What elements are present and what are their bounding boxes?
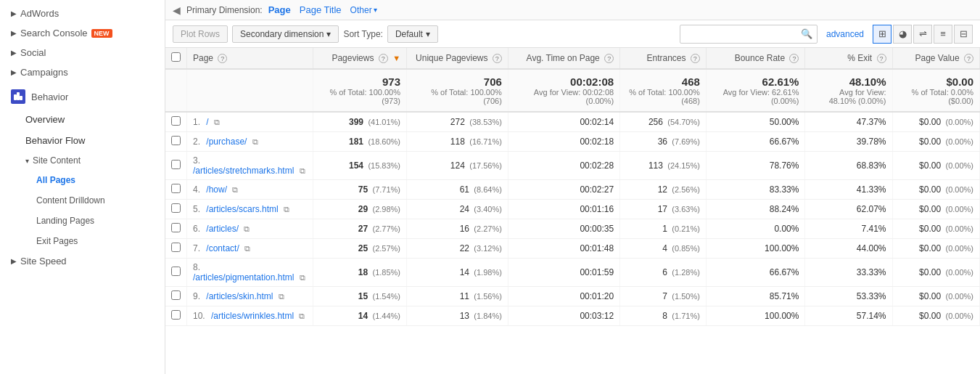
sort-default-button[interactable]: Default ▾ [387, 25, 438, 43]
sidebar-item-search-console[interactable]: ▶ Search Console NEW [0, 23, 165, 43]
view-bar-button[interactable]: ≡ [934, 25, 952, 44]
entrances-help-icon[interactable]: ? [691, 54, 700, 63]
avg-time-help-icon[interactable]: ? [604, 54, 614, 63]
dim-tab-page[interactable]: Page [268, 4, 291, 15]
row-page-value: $0.00 (0.00%) [892, 219, 979, 239]
page-link[interactable]: /contact/ [206, 243, 239, 253]
row-checkbox-cell [165, 132, 187, 152]
collapse-button[interactable]: ◀ [173, 4, 181, 16]
pageviews-help-icon[interactable]: ? [379, 54, 388, 63]
pv-value: 154 [349, 160, 363, 171]
sidebar-item-all-pages[interactable]: All Pages [0, 170, 165, 190]
row-bounce-rate: 78.76% [706, 152, 805, 180]
ent-pct: (0.85%) [672, 244, 700, 253]
dim-tab-other[interactable]: Other ▾ [350, 5, 377, 15]
page-link[interactable]: /purchase/ [206, 137, 247, 147]
ent-pct: (1.50%) [672, 292, 700, 301]
summary-bounce-rate: 62.61% Avg for View: 62.61% (0.00%) [706, 69, 805, 112]
row-checkbox[interactable] [171, 290, 181, 300]
external-link-icon[interactable]: ⧉ [214, 118, 220, 126]
table-row: 7. /contact/ ⧉ 25 (2.57%) 22 (3.12%) 00:… [165, 239, 980, 259]
view-compare-button[interactable]: ⇌ [913, 25, 932, 44]
page-help-icon[interactable]: ? [218, 54, 227, 63]
search-icon[interactable]: 🔍 [801, 28, 812, 39]
row-pageviews: 15 (1.54%) [313, 287, 407, 306]
sidebar-item-campaigns[interactable]: ▶ Campaigns [0, 62, 165, 82]
external-link-icon[interactable]: ⧉ [284, 205, 289, 214]
sidebar-item-adwords[interactable]: ▶ AdWords [0, 4, 165, 23]
sidebar-item-content-drilldown[interactable]: Content Drilldown [0, 190, 165, 211]
external-link-icon[interactable]: ⧉ [300, 273, 305, 282]
summary-pval-sub: % of Total: 0.00% ($0.00) [899, 88, 973, 105]
behavior-svg [13, 92, 23, 102]
row-checkbox[interactable] [171, 203, 181, 213]
th-page: Page ? [187, 48, 313, 69]
pct-exit-help-icon[interactable]: ? [877, 54, 886, 63]
row-checkbox[interactable] [171, 184, 181, 193]
page-link[interactable]: /how/ [206, 184, 227, 195]
ent-pct: (7.69%) [672, 137, 700, 146]
sidebar-item-behavior[interactable]: Behavior [0, 82, 165, 109]
external-link-icon[interactable]: ⧉ [232, 185, 238, 194]
sidebar-item-site-speed[interactable]: ▶ Site Speed [0, 251, 165, 271]
sidebar-item-behavior-flow[interactable]: Behavior Flow [0, 130, 165, 151]
search-input[interactable] [685, 29, 801, 39]
page-link[interactable]: /articles/pigmentation.html [193, 272, 294, 282]
view-pivot-button[interactable]: ⊟ [954, 25, 973, 44]
external-link-icon[interactable]: ⧉ [244, 224, 250, 233]
pageviews-sort-arrow: ▼ [392, 54, 400, 62]
plot-rows-button[interactable]: Plot Rows [173, 25, 228, 43]
sidebar: ▶ AdWords ▶ Search Console NEW ▶ Social … [0, 0, 165, 374]
view-table-button[interactable]: ⊞ [873, 25, 892, 44]
sidebar-item-exit-pages[interactable]: Exit Pages [0, 231, 165, 251]
row-pct-exit: 41.33% [805, 180, 892, 200]
page-link[interactable]: / [206, 117, 208, 127]
summary-pval-value: $0.00 [946, 76, 973, 88]
row-checkbox[interactable] [171, 267, 181, 276]
sidebar-item-social[interactable]: ▶ Social [0, 43, 165, 62]
advanced-link[interactable]: advanced [826, 29, 864, 39]
row-checkbox[interactable] [171, 160, 181, 169]
pv-value: 15 [358, 291, 368, 301]
ent-pct: (24.15%) [667, 161, 700, 170]
secondary-dimension-button[interactable]: Secondary dimension ▾ [232, 25, 339, 43]
row-checkbox[interactable] [171, 223, 181, 232]
page-link[interactable]: /articles/stretchmarks.html [193, 166, 294, 176]
select-all-checkbox[interactable] [171, 52, 181, 62]
bounce-help-icon[interactable]: ? [789, 54, 799, 63]
dim-tab-other-label: Other [350, 5, 372, 15]
page-link[interactable]: /articles/ [206, 224, 239, 234]
page-value-help-icon[interactable]: ? [964, 54, 973, 63]
adwords-label: AdWords [20, 8, 59, 19]
summary-entrances: 468 % of Total: 100.00% (468) [620, 69, 707, 112]
page-link[interactable]: /articles/skin.html [206, 291, 273, 301]
row-checkbox[interactable] [171, 310, 181, 320]
page-link[interactable]: /articles/scars.html [206, 204, 278, 214]
pv-pct: (2.77%) [373, 224, 401, 233]
page-link[interactable]: /articles/wrinkles.html [211, 311, 294, 321]
ent-pct: (0.21%) [672, 224, 700, 233]
pv-pct: (1.85%) [373, 268, 401, 277]
sort-default-label: Default [395, 29, 423, 39]
upv-help-icon[interactable]: ? [493, 54, 502, 63]
pv-pct: (41.01%) [368, 118, 400, 126]
external-link-icon[interactable]: ⧉ [279, 292, 284, 301]
external-link-icon[interactable]: ⧉ [244, 244, 250, 253]
sidebar-item-overview[interactable]: Overview [0, 109, 165, 130]
dim-tab-page-title[interactable]: Page Title [300, 4, 342, 15]
row-avg-time: 00:00:35 [508, 219, 619, 239]
external-link-icon[interactable]: ⧉ [299, 312, 305, 320]
external-link-icon[interactable]: ⧉ [252, 137, 258, 146]
external-link-icon[interactable]: ⧉ [300, 166, 305, 175]
row-checkbox[interactable] [171, 243, 181, 252]
sidebar-item-landing-pages[interactable]: Landing Pages [0, 211, 165, 231]
sidebar-item-site-content[interactable]: ▾ Site Content [0, 151, 165, 170]
row-unique-pv: 11 (1.56%) [407, 287, 508, 306]
row-checkbox[interactable] [171, 136, 181, 145]
row-number: 6. [193, 224, 200, 234]
row-pct-exit: 44.00% [805, 239, 892, 259]
pv-pct: (2.57%) [373, 244, 401, 253]
row-checkbox[interactable] [171, 116, 181, 126]
summary-row: 973 % of Total: 100.00% (973) 706 % of T… [165, 69, 980, 112]
view-pie-button[interactable]: ◕ [893, 25, 912, 44]
